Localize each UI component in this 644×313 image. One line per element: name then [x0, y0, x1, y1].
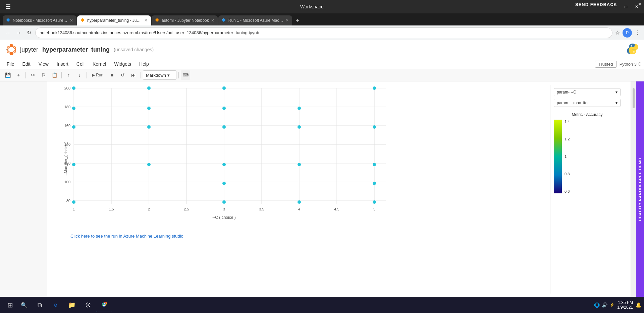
- battery-icon: ⚡: [609, 303, 614, 307]
- taskbar-right: 🌐 🔊 ⚡ 1:35 PM 1/9/2021 🔔: [594, 300, 641, 310]
- kernel-status-circle: [638, 62, 641, 66]
- tab-run1[interactable]: 🔷 Run 1 - Microsoft Azure Machine... ✕: [218, 15, 292, 25]
- svg-text:--C ( choice ): --C ( choice ): [212, 215, 235, 220]
- menu-kernel[interactable]: Kernel: [89, 60, 110, 68]
- menu-insert[interactable]: Insert: [53, 60, 72, 68]
- scatter-chart: --Max_Iter_( choice ): [50, 85, 550, 232]
- scatter-point: [222, 125, 226, 129]
- toolbar-separator-5: [178, 72, 179, 78]
- toolbar-separator-3: [87, 72, 87, 78]
- colorbar-row: 1.4 1.2 1 0.8 0.6: [554, 120, 621, 193]
- jupyter-menu: File Edit View Insert Cell Kernel Widget…: [0, 59, 644, 69]
- settings-icon: [85, 302, 91, 308]
- udacity-label: UDACITY NANODEGREE DEMO: [638, 158, 642, 221]
- tab-close-1[interactable]: ✕: [70, 18, 73, 23]
- send-feedback-button[interactable]: SEND FEEDBACK: [575, 2, 617, 7]
- scrollbar-thumb[interactable]: [633, 88, 635, 108]
- new-tab-button[interactable]: +: [293, 16, 302, 25]
- y-axis-label: --Max_Iter_( choice ): [64, 141, 68, 175]
- jupyter-content: jupyter hyperparameter_tuning (unsaved c…: [0, 40, 644, 297]
- right-panel: param- --C ▾ param- --max_iter ▾ Metric …: [550, 85, 624, 294]
- add-cell-button[interactable]: +: [13, 70, 23, 80]
- menu-file[interactable]: File: [3, 60, 18, 68]
- svg-text:1: 1: [73, 207, 75, 211]
- restart-button[interactable]: ↺: [118, 70, 128, 80]
- maximize-button[interactable]: □: [621, 2, 631, 11]
- tab-hyperparameter[interactable]: 🔶 hyperparameter_tuning - Jupyter ✕: [77, 15, 151, 25]
- scatter-point: [222, 200, 226, 204]
- svg-text:4: 4: [298, 207, 300, 211]
- address-box[interactable]: notebook134086.southcentralus.instances.…: [35, 27, 612, 38]
- jupyter-logo-image: [5, 44, 17, 56]
- scatter-point: [373, 86, 376, 90]
- forward-button[interactable]: →: [15, 28, 23, 37]
- restart-run-button[interactable]: ⏭: [128, 70, 139, 80]
- svg-text:180: 180: [64, 105, 70, 109]
- trusted-button[interactable]: Trusted: [595, 61, 617, 68]
- menu-help[interactable]: Help: [135, 60, 153, 68]
- notebook-area: --Max_Iter_( choice ): [47, 81, 631, 297]
- run-button[interactable]: ▶ Run: [89, 70, 106, 80]
- menu-view[interactable]: View: [35, 60, 53, 68]
- volume-icon[interactable]: 🔊: [602, 302, 607, 308]
- keyboard-shortcuts-button[interactable]: ⌨: [181, 70, 190, 80]
- save-button[interactable]: 💾: [3, 70, 13, 80]
- menu-widgets[interactable]: Widgets: [110, 60, 135, 68]
- tab-close-4[interactable]: ✕: [285, 18, 289, 23]
- param-x-dropdown[interactable]: param- --C ▾: [554, 88, 621, 96]
- taskbar-search-button[interactable]: 🔍: [19, 300, 30, 310]
- colorbar-val-2: 1.2: [565, 137, 570, 141]
- toolbar-separator-2: [61, 72, 62, 78]
- colorbar-val-4: 0.8: [565, 172, 570, 176]
- tab-close-2[interactable]: ✕: [144, 18, 148, 23]
- network-icon[interactable]: 🌐: [594, 302, 600, 308]
- back-button[interactable]: ←: [4, 28, 12, 37]
- svg-point-6: [633, 51, 635, 53]
- menu-cell[interactable]: Cell: [72, 60, 89, 68]
- chrome-settings-button[interactable]: ⋮: [635, 29, 640, 36]
- tab-close-3[interactable]: ✕: [211, 18, 214, 23]
- chrome-window: ☰ Workspace ─ □ ✕ SEND FEEDBACK 🔷 Notebo…: [0, 0, 644, 297]
- reload-button[interactable]: ↻: [25, 28, 33, 37]
- right-scrollbar[interactable]: [631, 81, 636, 297]
- chrome-tabs: 🔷 Notebooks - Microsoft Azure Ma... ✕ 🔶 …: [0, 13, 644, 25]
- chart-wrapper: --Max_Iter_( choice ): [50, 85, 550, 294]
- svg-point-41: [87, 304, 89, 306]
- taskbar-chrome[interactable]: [97, 298, 111, 312]
- chrome-menu-button[interactable]: ☰: [3, 2, 13, 12]
- scatter-point: [373, 182, 376, 185]
- profile-button[interactable]: P: [623, 28, 632, 38]
- param-y-dropdown[interactable]: param- --max_iter ▾: [554, 99, 621, 107]
- left-margin: [0, 81, 47, 297]
- scatter-point: [147, 107, 151, 110]
- tab-notebooks[interactable]: 🔷 Notebooks - Microsoft Azure Ma... ✕: [3, 15, 76, 25]
- paste-button[interactable]: 📋: [49, 70, 59, 80]
- taskbar-ie[interactable]: e: [48, 298, 63, 312]
- notification-icon[interactable]: 🔔: [636, 302, 641, 308]
- chart-container: --Max_Iter_( choice ): [47, 81, 631, 297]
- udacity-sidebar[interactable]: UDACITY NANODEGREE DEMO «: [636, 81, 644, 297]
- svg-text:1.5: 1.5: [109, 207, 114, 211]
- cell-type-dropdown[interactable]: Markdown ▾: [143, 70, 176, 80]
- taskbar-settings[interactable]: [80, 298, 95, 312]
- move-down-button[interactable]: ↓: [74, 70, 85, 80]
- taskbar-task-view[interactable]: ⧉: [32, 298, 47, 312]
- svg-point-5: [631, 45, 632, 47]
- cut-button[interactable]: ✂: [28, 70, 38, 80]
- menu-edit[interactable]: Edit: [18, 60, 35, 68]
- move-up-button[interactable]: ↑: [64, 70, 74, 80]
- tab-automl[interactable]: 🔶 automl - Jupyter Notebook ✕: [152, 15, 218, 25]
- toolbar-separator-4: [141, 72, 141, 78]
- colorbar-val-3: 1: [565, 154, 570, 159]
- interrupt-button[interactable]: ■: [107, 70, 117, 80]
- scatter-point: [298, 163, 301, 166]
- tab-favicon-3: 🔶: [155, 18, 160, 23]
- windows-start-button[interactable]: ⊞: [3, 298, 17, 312]
- taskbar-clock[interactable]: 1:35 PM 1/9/2021: [617, 300, 633, 310]
- taskbar: ⊞ 🔍 ⧉ e 📁 🌐 🔊 ⚡: [0, 297, 644, 313]
- taskbar-file-explorer[interactable]: 📁: [64, 298, 79, 312]
- tab-favicon-1: 🔷: [6, 18, 11, 23]
- azure-link[interactable]: Click here to see the run in Azure Machi…: [50, 232, 550, 240]
- bookmark-icon[interactable]: ☆: [615, 29, 620, 36]
- copy-button[interactable]: ⎘: [39, 70, 49, 80]
